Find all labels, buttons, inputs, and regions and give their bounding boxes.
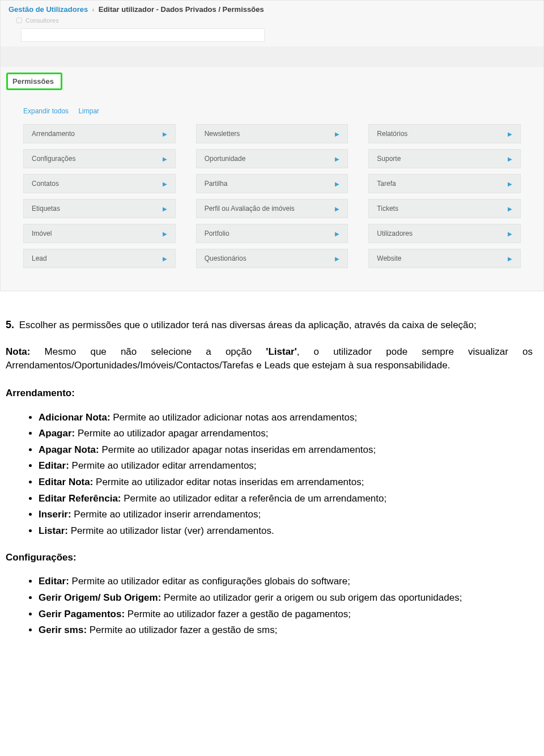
item-bold: Listar: <box>39 525 68 536</box>
perm-item-relatorios[interactable]: Relatórios ▶ <box>368 124 521 143</box>
perm-label: Suporte <box>377 155 401 163</box>
breadcrumb-link[interactable]: Gestão de Utilizadores <box>8 5 88 14</box>
list-item: Inserir: Permite ao utilizador inserir a… <box>39 508 533 522</box>
item-bold: Apagar: <box>39 428 75 439</box>
section-arrendamento-list: Adicionar Nota: Permite ao utilizador ad… <box>6 411 533 538</box>
item-text: Permite ao utilizador editar arrendament… <box>69 460 257 471</box>
item-text: Permite ao utilizador adicionar notas ao… <box>110 412 358 423</box>
item-text: Permite ao utilizador inserir arrendamen… <box>71 509 261 520</box>
chevron-right-icon: ▶ <box>163 181 167 187</box>
perm-label: Tickets <box>377 205 398 213</box>
item-text: Permite ao utilizador editar a referênci… <box>121 493 387 504</box>
list-item: Gerir sms: Permite ao utilizador fazer a… <box>39 623 533 638</box>
chevron-right-icon: ▶ <box>335 181 339 187</box>
step-text: Escolher as permissões que o utilizador … <box>16 320 477 330</box>
perm-label: Newsletters <box>205 130 240 138</box>
chevron-right-icon: ▶ <box>335 131 339 137</box>
perm-item-perfil-avaliacao[interactable]: Perfil ou Avaliação de imóveis ▶ <box>196 199 348 218</box>
list-item: Editar: Permite ao utilizador editar arr… <box>39 459 533 473</box>
chevron-right-icon: ▶ <box>163 206 167 212</box>
chevron-right-icon: ▶ <box>508 156 512 162</box>
ghost-input <box>21 28 265 42</box>
checkbox-ghost-icon <box>16 18 22 23</box>
perm-item-questionarios[interactable]: Questionários ▶ <box>196 249 348 268</box>
perm-label: Contatos <box>32 180 59 188</box>
permissions-grid: Arrendamento ▶ Newsletters ▶ Relatórios … <box>1 121 543 268</box>
item-text: Permite ao utilizador gerir a origem ou … <box>161 592 462 603</box>
perm-label: Etiquetas <box>32 205 60 213</box>
perm-item-lead[interactable]: Lead ▶ <box>23 249 176 268</box>
chevron-right-icon: ▶ <box>163 256 167 262</box>
perm-item-newsletters[interactable]: Newsletters ▶ <box>196 124 348 143</box>
expand-all-link[interactable]: Expandir todos <box>23 107 69 115</box>
perm-item-suporte[interactable]: Suporte ▶ <box>368 149 521 168</box>
perm-item-contatos[interactable]: Contatos ▶ <box>23 174 176 193</box>
list-item: Gerir Origem/ Sub Origem: Permite ao uti… <box>39 591 533 605</box>
subline-text: Consultores <box>26 17 59 24</box>
perm-label: Oportunidade <box>205 155 246 163</box>
chevron-right-icon: ▶ <box>163 231 167 237</box>
perm-label: Arrendamento <box>32 130 75 138</box>
perm-label: Tarefa <box>377 180 396 188</box>
perm-label: Lead <box>32 254 47 262</box>
perm-item-partilha[interactable]: Partilha ▶ <box>196 174 348 193</box>
list-item: Adicionar Nota: Permite ao utilizador ad… <box>39 411 533 425</box>
item-bold: Editar: <box>39 576 69 587</box>
perm-label: Imóvel <box>32 230 52 237</box>
item-text: Permite ao utilizador apagar arrendament… <box>75 428 268 439</box>
breadcrumb: Gestão de Utilizadores › Editar utilizad… <box>1 1 543 17</box>
item-bold: Inserir: <box>39 509 71 520</box>
list-item: Apagar: Permite ao utilizador apagar arr… <box>39 427 533 441</box>
perm-item-imovel[interactable]: Imóvel ▶ <box>23 224 176 243</box>
item-text: Permite ao utilizador fazer a gestão de … <box>125 609 351 619</box>
perm-label: Questionários <box>205 254 246 262</box>
item-text: Permite ao utilizador editar as configur… <box>69 576 350 587</box>
perm-item-configuracoes[interactable]: Configurações ▶ <box>23 149 176 168</box>
actions-row: Expandir todos Limpar <box>1 90 543 121</box>
item-bold: Editar Nota: <box>39 477 93 487</box>
item-bold: Gerir Pagamentos: <box>39 609 125 619</box>
perm-label: Website <box>377 254 401 262</box>
spacer <box>1 46 543 67</box>
item-bold: Gerir sms: <box>39 625 87 635</box>
item-text: Permite ao utilizador apagar notas inser… <box>99 444 376 455</box>
perm-label: Perfil ou Avaliação de imóveis <box>205 205 295 213</box>
item-bold: Apagar Nota: <box>39 444 99 455</box>
note-before: Mesmo que não selecione a opção <box>30 346 266 357</box>
chevron-right-icon: ▶ <box>508 256 512 262</box>
note: Nota: Mesmo que não selecione a opção 'L… <box>6 345 533 373</box>
breadcrumb-separator: › <box>90 7 96 13</box>
section-configuracoes-title: Configurações: <box>6 551 533 565</box>
chevron-right-icon: ▶ <box>163 131 167 137</box>
item-text: Permite ao utilizador fazer a gestão de … <box>87 625 277 635</box>
chevron-right-icon: ▶ <box>508 131 512 137</box>
section-configuracoes-list: Editar: Permite ao utilizador editar as … <box>6 575 533 638</box>
perm-item-portfolio[interactable]: Portfolio ▶ <box>196 224 348 243</box>
item-bold: Adicionar Nota: <box>39 412 110 423</box>
perm-item-tarefa[interactable]: Tarefa ▶ <box>368 174 521 193</box>
perm-label: Portfolio <box>205 230 230 237</box>
item-bold: Editar Referência: <box>39 493 121 504</box>
perm-label: Partilha <box>205 180 228 188</box>
perm-item-oportunidade[interactable]: Oportunidade ▶ <box>196 149 348 168</box>
perm-item-website[interactable]: Website ▶ <box>368 249 521 268</box>
item-text: Permite ao utilizador editar notas inser… <box>93 477 364 487</box>
perm-label: Configurações <box>32 155 75 163</box>
perm-item-etiquetas[interactable]: Etiquetas ▶ <box>23 199 176 218</box>
clear-link[interactable]: Limpar <box>78 107 99 115</box>
chevron-right-icon: ▶ <box>508 231 512 237</box>
chevron-right-icon: ▶ <box>163 156 167 162</box>
note-quoted: 'Listar' <box>266 346 296 357</box>
item-bold: Gerir Origem/ Sub Origem: <box>39 592 161 603</box>
section-arrendamento-title: Arrendamento: <box>6 387 533 401</box>
tab-permissoes[interactable]: Permissões <box>6 73 62 90</box>
step-5: 5. Escolher as permissões que o utilizad… <box>6 317 533 333</box>
perm-item-utilizadores[interactable]: Utilizadores ▶ <box>368 224 521 243</box>
subline: Consultores <box>1 17 543 28</box>
perm-item-tickets[interactable]: Tickets ▶ <box>368 199 521 218</box>
list-item: Editar: Permite ao utilizador editar as … <box>39 575 533 589</box>
chevron-right-icon: ▶ <box>508 181 512 187</box>
perm-label: Utilizadores <box>377 230 413 237</box>
step-number: 5. <box>6 319 14 330</box>
perm-item-arrendamento[interactable]: Arrendamento ▶ <box>23 124 176 143</box>
